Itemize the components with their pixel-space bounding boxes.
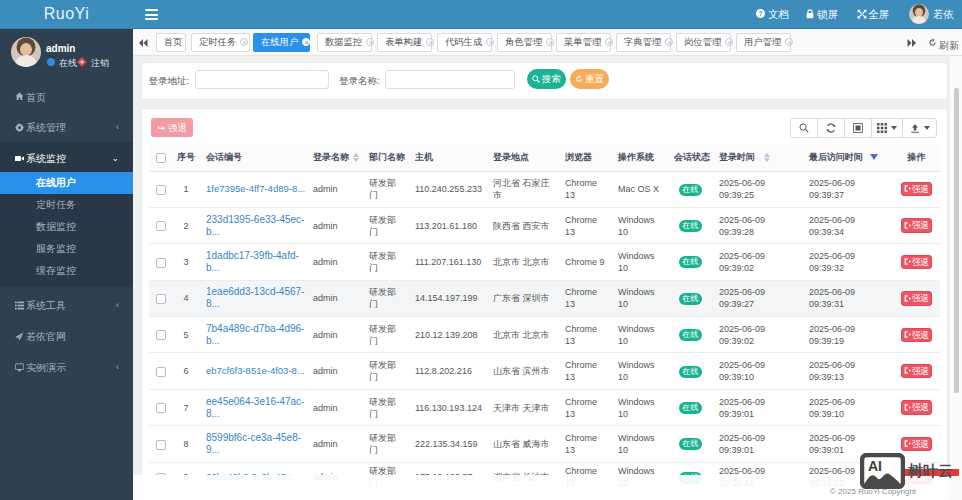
svg-text:?: ? bbox=[759, 10, 763, 17]
svg-text:AI: AI bbox=[868, 458, 882, 474]
